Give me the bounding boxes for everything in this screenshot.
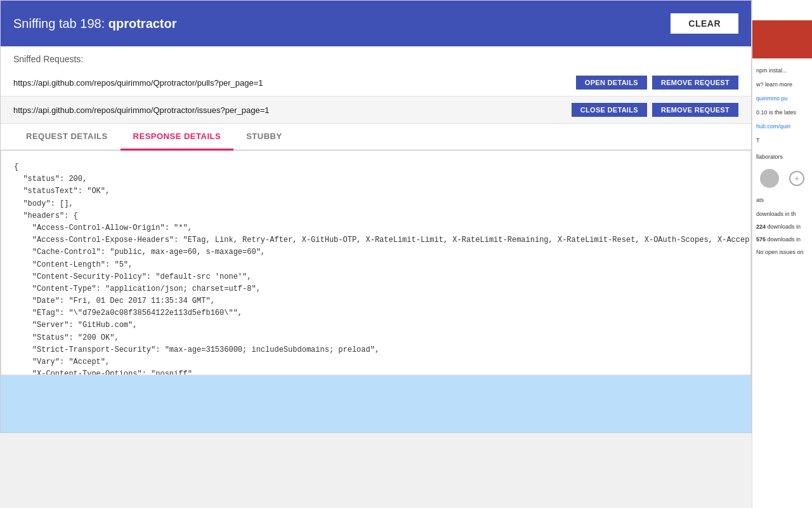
tab-stubby[interactable]: STUBBY <box>233 124 294 150</box>
remove-request-button[interactable]: REMOVE REQUEST <box>652 76 738 90</box>
tabs-bar: REQUEST DETAILS RESPONSE DETAILS STUBBY <box>1 124 751 150</box>
add-collaborator-button[interactable]: + <box>789 171 804 186</box>
sniffed-requests-label: Sniffed Requests: <box>1 46 751 69</box>
request-actions: OPEN DETAILS REMOVE REQUEST <box>576 76 738 90</box>
collaborator-avatar <box>760 169 779 188</box>
response-content: { "status": 200, "statusText": "OK", "bo… <box>1 150 751 375</box>
request-url-2: https://api.github.com/repos/quirimmo/Qp… <box>13 105 572 115</box>
details-panel: REQUEST DETAILS RESPONSE DETAILS STUBBY … <box>1 124 751 375</box>
request-row-expanded: https://api.github.com/repos/quirimmo/Qp… <box>1 97 751 124</box>
bg-red-bar <box>752 20 812 58</box>
header-title: Sniffing tab 198: qprotractor <box>13 17 177 31</box>
request-actions-2: CLOSE DETAILS REMOVE REQUEST <box>572 103 738 117</box>
open-details-button[interactable]: OPEN DETAILS <box>576 76 647 90</box>
tab-response-details[interactable]: RESPONSE DETAILS <box>121 124 234 150</box>
background-website: npm instal... w? learn more quirimmo pu … <box>752 0 812 508</box>
clear-button[interactable]: CLEAR <box>671 13 738 34</box>
request-row: https://api.github.com/repos/quirimmo/Qp… <box>1 69 751 97</box>
extension-header: Sniffing tab 198: qprotractor CLEAR <box>1 1 751 46</box>
extension-panel: Sniffing tab 198: qprotractor CLEAR Snif… <box>0 0 752 433</box>
bg-text-items: npm instal... w? learn more quirimmo pu … <box>752 58 812 264</box>
footer-area <box>1 375 751 432</box>
remove-request-button-2[interactable]: REMOVE REQUEST <box>652 103 738 117</box>
content-area: Sniffed Requests: https://api.github.com… <box>1 46 751 432</box>
close-details-button[interactable]: CLOSE DETAILS <box>572 103 647 117</box>
tab-request-details[interactable]: REQUEST DETAILS <box>13 124 121 150</box>
request-url: https://api.github.com/repos/quirimmo/Qp… <box>13 78 576 88</box>
